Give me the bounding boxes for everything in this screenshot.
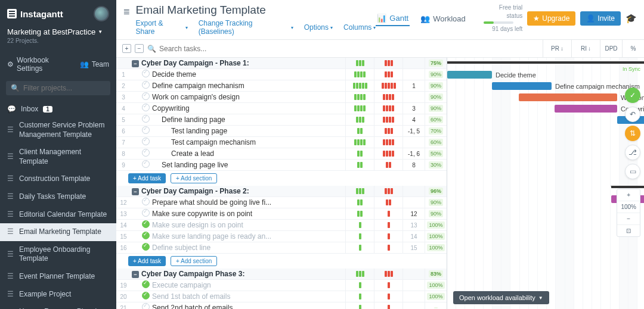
list-icon: ☰ — [7, 210, 14, 220]
float-tools: ✓ ↶ ⇅ ⎇ ▭ — [625, 88, 640, 179]
task-row[interactable]: 15Make sure landing page is ready an...1… — [116, 231, 447, 242]
task-row[interactable]: 9Set landing page live830% — [116, 160, 447, 171]
page-title: Email Marketing Template — [136, 4, 376, 17]
add-icon[interactable]: + — [122, 44, 131, 53]
brand-logo-icon — [7, 9, 17, 18]
workbook-settings-link[interactable]: ⚙ Workbook Settings — [7, 56, 72, 73]
gantt-bar[interactable]: Define campaign mechanism — [492, 82, 552, 90]
upgrade-button[interactable]: ★ Upgrade — [527, 11, 575, 26]
workspace-sub: 22 Projects. — [7, 38, 109, 44]
header: ≡ Email Marketing Template Export & Shar… — [116, 0, 644, 40]
graduation-icon[interactable]: 🎓 — [626, 13, 637, 24]
gantt-bar[interactable]: Work on campaign's design — [519, 93, 617, 101]
task-row[interactable]: 2Define campaign mechanism190% — [116, 80, 447, 92]
task-list: −Cyber Day Campaign - Phase 1:75%1Decide… — [116, 58, 447, 309]
add-section-button[interactable]: + Add section — [171, 256, 217, 266]
task-row[interactable]: 12Prepare what should be going live fi..… — [116, 197, 447, 208]
workload-button[interactable]: Open workload availability ▼ — [453, 291, 549, 304]
zoom-fit[interactable]: ⊡ — [617, 225, 640, 236]
layers-icon[interactable]: ▭ — [625, 164, 640, 179]
zoom-out[interactable]: − — [617, 213, 640, 225]
list-icon: ☰ — [7, 272, 14, 282]
task-row[interactable]: 16Define subject line15100% — [116, 242, 447, 254]
header-menu: Export & Share ▾Change Tracking (Baselin… — [136, 19, 376, 36]
header-menu-item[interactable]: Options ▾ — [304, 19, 333, 36]
col-dpd[interactable]: DPD — [600, 40, 622, 57]
gantt-chart[interactable]: Today ⚙ ⚙ DAYS ▾ Cyber Day Campaign - Ph… — [447, 58, 644, 309]
task-row[interactable]: 8Create a lead-1, 650% — [116, 148, 447, 160]
inbox-icon: 💬 — [7, 105, 16, 113]
task-row[interactable]: 3Work on campaign's design90% — [116, 92, 447, 103]
sidebar-project-item[interactable]: ☰Employee Onboarding Template — [0, 241, 116, 268]
team-link[interactable]: 👥 Team — [80, 56, 109, 73]
tab-workload[interactable]: 👥 Workload — [419, 11, 467, 26]
search-icon: 🔍 — [11, 84, 20, 92]
task-row[interactable]: 7Test campaign mechanism60% — [116, 137, 447, 148]
add-task-button[interactable]: + Add task — [128, 256, 166, 266]
task-row[interactable]: 4Copywriting390% — [116, 103, 447, 114]
tab-gantt[interactable]: 📊 Gantt — [376, 11, 410, 26]
task-row[interactable]: 1Decide theme90% — [116, 69, 447, 80]
main: ≡ Email Marketing Template Export & Shar… — [116, 0, 644, 309]
search-input[interactable] — [159, 45, 231, 53]
sidebar-project-item[interactable]: ☰Event Planner Template — [0, 268, 116, 286]
branch-icon[interactable]: ⎇ — [625, 145, 640, 160]
sidebar-project-item[interactable]: ☰Customer Service Problem Management Tem… — [0, 117, 116, 143]
sidebar-project-item[interactable]: ☰Client Management Template — [0, 143, 116, 170]
gantt-bar[interactable]: Decide theme — [447, 71, 492, 79]
task-row[interactable]: −Cyber Day Campaign - Phase 1:75% — [116, 58, 447, 69]
project-list: ☰Customer Service Problem Management Tem… — [0, 117, 116, 309]
filter-input[interactable] — [23, 84, 113, 92]
trial-status: Free trial status 91 days left — [484, 4, 522, 33]
header-menu-item[interactable]: Columns ▾ — [343, 19, 376, 36]
header-menu-item[interactable]: Export & Share ▾ — [136, 19, 188, 36]
task-row[interactable]: 14Make sure design is on point13100% — [116, 220, 447, 231]
sort-icon[interactable]: ⇅ — [625, 126, 640, 141]
filter-projects[interactable]: 🔍 — [6, 81, 110, 95]
task-row[interactable]: −Cyber Day Campaign - Phase 2:96% — [116, 186, 447, 197]
undo-icon[interactable]: ↶ — [625, 107, 640, 122]
sidebar-project-item[interactable]: ☰Email Marketing Template — [0, 223, 116, 241]
task-row[interactable]: 6Test landing page-1, 570% — [116, 126, 447, 137]
toolbar: + − 🔍 PR ↓ RI ↓ DPD % Apr 2019W14W15W16W… — [116, 40, 644, 58]
avatar[interactable] — [94, 6, 109, 21]
task-row[interactable]: 20Send 1st batch of emails100% — [116, 291, 447, 302]
list-icon: ☰ — [7, 290, 14, 299]
sidebar-project-item[interactable]: ☰Construction Template — [0, 170, 116, 188]
gantt-bar[interactable]: Copywriting — [555, 105, 617, 113]
zoom-control: + 100% − ⊡ — [617, 189, 640, 237]
section-bar[interactable] — [447, 61, 644, 64]
header-menu-item[interactable]: Change Tracking (Baselines) ▾ — [199, 19, 293, 36]
menu-icon[interactable]: ≡ — [123, 6, 130, 18]
col-pct[interactable]: % — [622, 40, 644, 57]
list-icon: ☰ — [7, 126, 14, 135]
sidebar-project-item[interactable]: ☰Example Project — [0, 286, 116, 304]
sidebar-project-item[interactable]: ☰Editorial Calendar Template — [0, 206, 116, 224]
sync-ok-icon[interactable]: ✓ — [625, 88, 640, 103]
task-row[interactable]: −Cyber Day Campaign Phase 3:83% — [116, 269, 447, 280]
sidebar-project-item[interactable]: ☰Daily Tasks Template — [0, 188, 116, 206]
list-icon: ☰ — [7, 227, 14, 237]
invite-button[interactable]: 👤 Invite — [580, 11, 621, 26]
brand: Instagantt — [7, 9, 63, 19]
task-row[interactable]: 21Send 2nd batch of emails — [116, 302, 447, 309]
zoom-in[interactable]: + — [617, 189, 640, 201]
inbox-link[interactable]: 💬Inbox 1 — [0, 101, 116, 117]
search-box[interactable]: 🔍 — [147, 45, 231, 53]
workspace-selector[interactable]: Marketing at BestPractice▼ — [7, 27, 109, 36]
section-bar[interactable] — [611, 186, 644, 188]
task-row[interactable]: 19Execute campaign100% — [116, 280, 447, 291]
chevron-down-icon: ▼ — [98, 29, 103, 35]
col-ri[interactable]: RI ↓ — [571, 40, 600, 57]
task-row[interactable]: 13Make sure copywrite is on point1290% — [116, 208, 447, 220]
list-icon: ☰ — [7, 152, 14, 162]
list-icon: ☰ — [7, 192, 14, 202]
add-task-button[interactable]: + Add task — [128, 173, 166, 183]
sidebar-project-item[interactable]: ☰Human Resource Planning Template — [0, 303, 116, 309]
task-row[interactable]: 5Define landing page460% — [116, 114, 447, 126]
inbox-badge: 1 — [43, 106, 52, 113]
remove-icon[interactable]: − — [135, 44, 144, 53]
add-section-button[interactable]: + Add section — [171, 173, 217, 183]
sidebar: Instagantt Marketing at BestPractice▼ 22… — [0, 0, 116, 309]
col-pr[interactable]: PR ↓ — [543, 40, 571, 57]
